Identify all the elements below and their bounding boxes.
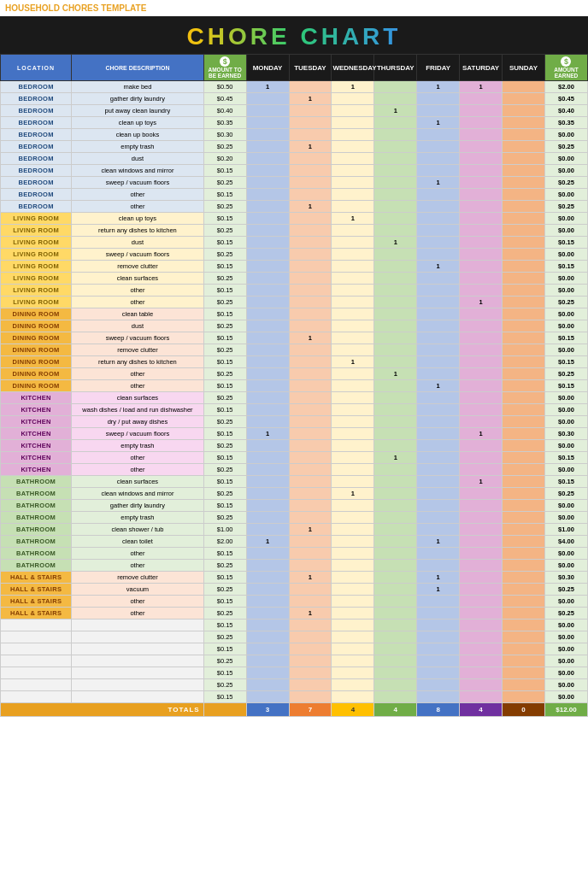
table-header-row: LOCATION CHORE DESCRIPTION $ AMOUNT TO B… [1, 55, 588, 81]
earned-cell: $0.25 [544, 368, 587, 380]
day-cell-mon [246, 213, 289, 225]
day-cell-thu [374, 308, 417, 320]
day-cell-sun [503, 332, 545, 344]
day-cell-sun [503, 440, 545, 452]
day-cell-sat [460, 356, 503, 368]
earned-cell: $0.25 [544, 201, 587, 213]
day-cell-mon [246, 584, 289, 596]
day-cell-sun [503, 213, 545, 225]
location-cell: DINING ROOM [1, 380, 72, 392]
day-cell-mon: 1 [246, 536, 289, 548]
day-cell-fri [417, 500, 460, 512]
day-cell-thu: 1 [374, 105, 417, 117]
table-row: DINING ROOMclean table$0.15$0.00 [1, 308, 588, 320]
day-cell-sun [503, 380, 545, 392]
day-cell-fri [417, 655, 460, 667]
day-cell-mon [246, 320, 289, 332]
totals-saturday: 4 [460, 703, 503, 717]
day-cell-sat: 1 [460, 428, 503, 440]
day-cell-mon [246, 500, 289, 512]
day-cell-mon [246, 572, 289, 584]
day-cell-sun [503, 560, 545, 572]
day-cell-tue [289, 476, 332, 488]
earned-cell: $0.25 [544, 584, 587, 596]
day-cell-mon [246, 620, 289, 631]
dollar-icon-left: $ [205, 56, 245, 67]
location-cell [1, 631, 72, 643]
day-cell-sat [460, 631, 503, 643]
day-cell-fri [417, 691, 460, 703]
amount-cell: $2.00 [203, 536, 246, 548]
earned-cell: $0.15 [544, 332, 587, 344]
day-cell-thu [374, 476, 417, 488]
day-cell-mon [246, 452, 289, 464]
day-cell-fri [417, 476, 460, 488]
day-cell-mon [246, 440, 289, 452]
day-cell-mon [246, 189, 289, 201]
totals-wednesday: 4 [332, 703, 374, 717]
day-cell-mon [246, 249, 289, 261]
day-cell-sun [503, 631, 545, 643]
day-cell-sat [460, 165, 503, 177]
day-cell-wed [332, 452, 374, 464]
day-cell-tue [289, 655, 332, 667]
day-cell-fri [417, 273, 460, 285]
day-cell-tue [289, 392, 332, 404]
table-row: $0.15$0.00 [1, 691, 588, 703]
day-cell-sat [460, 153, 503, 165]
day-cell-fri: 1 [417, 177, 460, 189]
table-row: BEDROOMmake bed$0.501111$2.00 [1, 81, 588, 93]
amount-cell: $0.25 [203, 320, 246, 332]
location-cell [1, 620, 72, 631]
chore-cell: empty trash [72, 512, 204, 524]
earned-cell: $0.30 [544, 572, 587, 584]
day-cell-sat [460, 404, 503, 416]
day-cell-mon [246, 560, 289, 572]
location-cell: LIVING ROOM [1, 285, 72, 297]
day-cell-wed: 1 [332, 213, 374, 225]
day-cell-sat [460, 643, 503, 655]
day-cell-thu [374, 464, 417, 476]
location-cell: LIVING ROOM [1, 261, 72, 273]
day-cell-thu [374, 392, 417, 404]
day-cell-mon [246, 464, 289, 476]
day-cell-wed [332, 344, 374, 356]
table-row: BEDROOMsweep / vacuum floors$0.251$0.25 [1, 177, 588, 189]
day-cell-sun [503, 584, 545, 596]
day-cell-mon [246, 344, 289, 356]
day-cell-tue [289, 189, 332, 201]
table-row: LIVING ROOMdust$0.151$0.15 [1, 237, 588, 249]
day-cell-wed: 1 [332, 81, 374, 93]
chore-cell: other [72, 560, 204, 572]
location-cell: HALL & STAIRS [1, 572, 72, 584]
day-cell-sun [503, 153, 545, 165]
day-cell-tue [289, 285, 332, 297]
day-cell-thu [374, 201, 417, 213]
location-cell: HALL & STAIRS [1, 584, 72, 596]
totals-sunday: 0 [503, 703, 545, 717]
day-cell-wed [332, 153, 374, 165]
day-cell-mon [246, 416, 289, 428]
day-cell-mon [246, 273, 289, 285]
day-cell-tue: 1 [289, 141, 332, 153]
location-cell: LIVING ROOM [1, 249, 72, 261]
day-cell-wed [332, 368, 374, 380]
amount-cell: $0.15 [203, 237, 246, 249]
day-cell-fri: 1 [417, 536, 460, 548]
chore-cell [72, 643, 204, 655]
day-cell-thu [374, 177, 417, 189]
day-cell-tue [289, 177, 332, 189]
day-cell-wed [332, 237, 374, 249]
day-cell-sat [460, 464, 503, 476]
day-cell-sun [503, 117, 545, 129]
earned-cell: $0.25 [544, 141, 587, 153]
location-cell: HALL & STAIRS [1, 596, 72, 608]
location-cell: BEDROOM [1, 117, 72, 129]
day-cell-wed [332, 105, 374, 117]
day-cell-thu [374, 440, 417, 452]
amount-cell: $0.25 [203, 249, 246, 261]
day-cell-tue [289, 643, 332, 655]
chore-cell: other [72, 380, 204, 392]
day-cell-wed [332, 308, 374, 320]
amount-cell: $0.15 [203, 476, 246, 488]
